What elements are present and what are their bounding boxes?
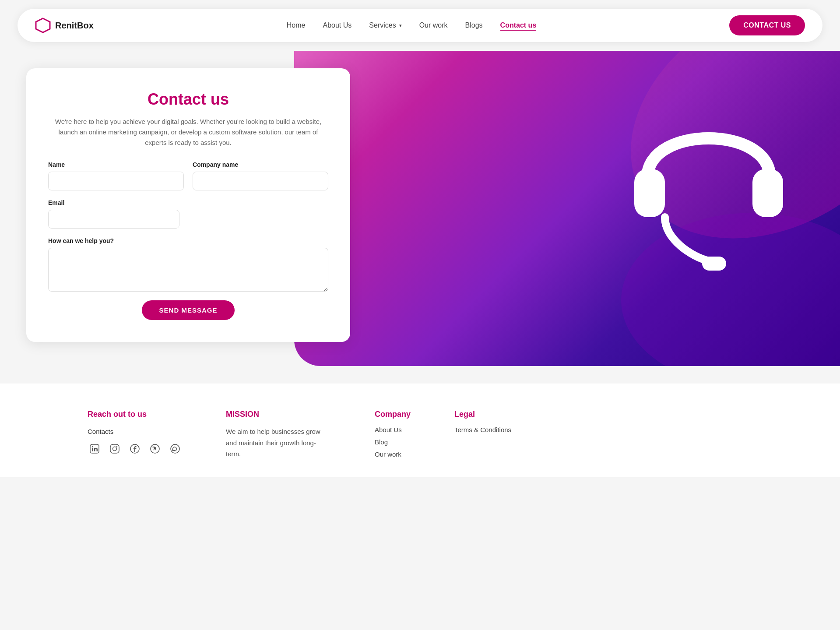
svg-rect-3 bbox=[702, 257, 726, 271]
nav-item-services[interactable]: Services ▾ bbox=[369, 21, 401, 29]
send-message-button[interactable]: SEND MESSAGE bbox=[142, 300, 235, 320]
whatsapp-icon[interactable] bbox=[168, 442, 182, 456]
email-label: Email bbox=[48, 199, 328, 206]
svg-rect-5 bbox=[92, 448, 93, 451]
company-link-work[interactable]: Our work bbox=[375, 451, 411, 458]
svg-rect-1 bbox=[634, 169, 665, 217]
svg-marker-0 bbox=[36, 18, 50, 32]
reach-out-heading: Reach out to us bbox=[88, 410, 182, 419]
mission-heading: MISSION bbox=[226, 410, 331, 419]
company-input[interactable] bbox=[193, 172, 328, 190]
chevron-down-icon: ▾ bbox=[399, 23, 402, 28]
nav-item-about[interactable]: About Us bbox=[323, 21, 352, 29]
footer-reach-out: Reach out to us Contacts bbox=[88, 410, 182, 460]
company-links: About Us Blog Our work bbox=[375, 426, 411, 458]
svg-point-8 bbox=[113, 447, 117, 451]
svg-point-12 bbox=[171, 444, 179, 453]
svg-point-9 bbox=[116, 446, 117, 447]
nav-item-blogs[interactable]: Blogs bbox=[465, 21, 483, 29]
facebook-icon[interactable] bbox=[128, 442, 142, 456]
footer-legal: Legal Terms & Conditions bbox=[454, 410, 511, 460]
svg-rect-2 bbox=[752, 169, 783, 217]
svg-point-6 bbox=[92, 446, 93, 447]
legal-link-terms[interactable]: Terms & Conditions bbox=[454, 426, 511, 434]
email-field-group: Email bbox=[48, 199, 328, 229]
help-textarea[interactable] bbox=[48, 248, 328, 292]
form-description: We're here to help you achieve your digi… bbox=[48, 116, 328, 148]
name-label: Name bbox=[48, 161, 184, 168]
nav-item-home[interactable]: Home bbox=[287, 21, 306, 29]
company-field-group: Company name bbox=[193, 161, 328, 190]
email-input[interactable] bbox=[48, 210, 179, 229]
help-field-group: How can we help you? bbox=[48, 237, 328, 292]
hero-section: Contact us We're here to help you achiev… bbox=[0, 51, 840, 366]
help-label: How can we help you? bbox=[48, 237, 328, 244]
logo[interactable]: RenitBox bbox=[35, 18, 94, 33]
mission-text: We aim to help businesses grow and maint… bbox=[226, 426, 331, 460]
svg-rect-7 bbox=[110, 444, 119, 453]
navbar: RenitBox Home About Us Services ▾ Our wo… bbox=[18, 9, 822, 42]
logo-text: RenitBox bbox=[55, 21, 94, 31]
nav-item-work[interactable]: Our work bbox=[419, 21, 448, 29]
footer-company: Company About Us Blog Our work bbox=[375, 410, 411, 460]
twitter-icon[interactable] bbox=[148, 442, 162, 456]
nav-links: Home About Us Services ▾ Our work Blogs … bbox=[287, 21, 536, 29]
legal-links: Terms & Conditions bbox=[454, 426, 511, 434]
footer-mission: MISSION We aim to help businesses grow a… bbox=[226, 410, 331, 460]
nav-item-contact[interactable]: Contact us bbox=[500, 21, 537, 29]
headphone-illustration bbox=[621, 73, 796, 292]
instagram-icon[interactable] bbox=[108, 442, 122, 456]
contact-form-card: Contact us We're here to help you achiev… bbox=[26, 68, 350, 342]
contacts-label: Contacts bbox=[88, 426, 182, 437]
footer: Reach out to us Contacts MISSION We aim … bbox=[0, 384, 840, 477]
form-row-name-company: Name Company name bbox=[48, 161, 328, 190]
form-title: Contact us bbox=[48, 90, 328, 109]
company-label: Company name bbox=[193, 161, 328, 168]
legal-heading: Legal bbox=[454, 410, 511, 419]
linkedin-icon[interactable] bbox=[88, 442, 102, 456]
social-icons-row bbox=[88, 442, 182, 456]
name-input[interactable] bbox=[48, 172, 184, 190]
company-link-about[interactable]: About Us bbox=[375, 426, 411, 434]
contact-us-button[interactable]: CONTACT US bbox=[729, 15, 805, 35]
name-field-group: Name bbox=[48, 161, 184, 190]
company-link-blog[interactable]: Blog bbox=[375, 438, 411, 446]
hero-background bbox=[294, 51, 840, 366]
company-heading: Company bbox=[375, 410, 411, 419]
